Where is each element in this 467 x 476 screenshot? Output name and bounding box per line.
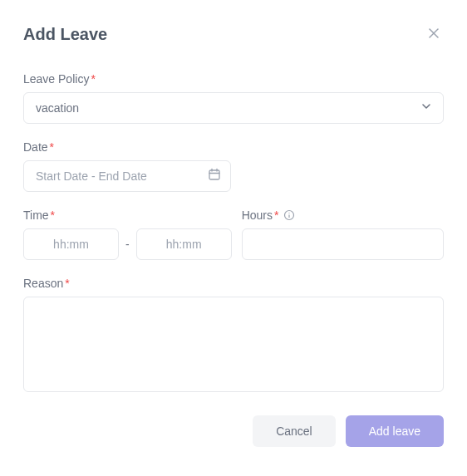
date-group: Date* [23, 140, 444, 192]
date-label-text: Date [23, 140, 48, 154]
date-label: Date* [23, 140, 444, 154]
time-label: Time* [23, 209, 232, 222]
leave-policy-group: Leave Policy* vacation [23, 72, 444, 124]
time-separator: - [125, 238, 130, 251]
hours-input[interactable] [242, 228, 444, 260]
required-marker: * [65, 277, 69, 290]
close-icon [427, 27, 440, 42]
time-hours-row: Time* - Hours* [23, 209, 444, 277]
cancel-button[interactable]: Cancel [253, 415, 336, 447]
time-label-text: Time [23, 209, 49, 222]
time-group: Time* - [23, 209, 232, 260]
dialog-title: Add Leave [23, 25, 107, 44]
time-start-input[interactable] [23, 228, 119, 260]
date-input-wrapper [23, 160, 231, 192]
add-leave-button[interactable]: Add leave [346, 415, 444, 447]
time-end-input[interactable] [136, 228, 232, 260]
hours-label: Hours* [242, 209, 444, 222]
required-marker: * [50, 140, 54, 154]
svg-point-8 [289, 213, 290, 213]
dialog-footer: Cancel Add leave [23, 415, 444, 447]
required-marker: * [91, 72, 95, 86]
reason-textarea[interactable] [23, 297, 444, 392]
leave-policy-label: Leave Policy* [23, 72, 444, 86]
leave-policy-label-text: Leave Policy [23, 72, 89, 86]
close-button[interactable] [424, 23, 444, 46]
required-marker: * [51, 209, 55, 222]
leave-policy-select-wrapper: vacation [23, 92, 444, 124]
reason-label-text: Reason [23, 277, 63, 290]
hours-label-text: Hours [242, 209, 273, 222]
reason-label: Reason* [23, 277, 444, 290]
date-range-input[interactable] [23, 160, 231, 192]
required-marker: * [274, 209, 278, 222]
leave-policy-select[interactable]: vacation [23, 92, 444, 124]
info-icon [283, 209, 295, 221]
dialog-header: Add Leave [23, 23, 444, 46]
hours-group: Hours* [242, 209, 444, 260]
time-inputs-row: - [23, 228, 232, 260]
reason-group: Reason* [23, 277, 444, 395]
